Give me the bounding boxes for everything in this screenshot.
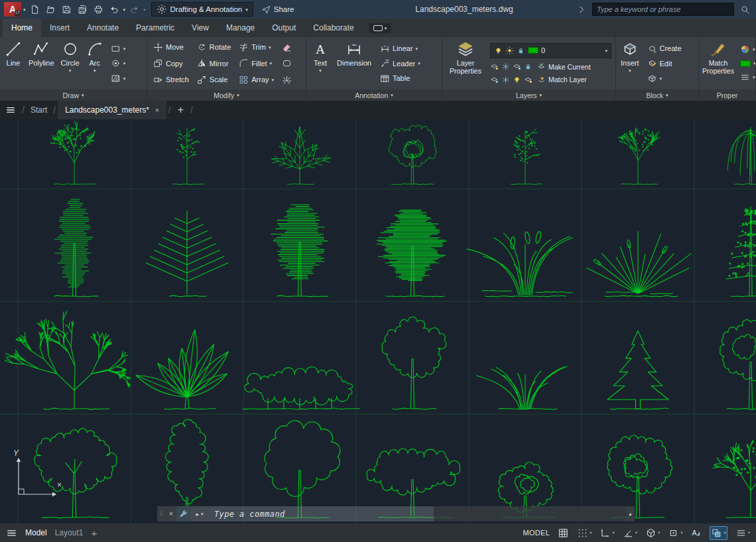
share-button[interactable]: Share [261,5,294,15]
leader-tool[interactable]: Leader▾ [378,58,422,68]
rectangle-tool[interactable]: ▾ [109,44,128,54]
ribbon-display-toggle[interactable]: ▾ [369,23,391,33]
ribbon-tab-view[interactable]: View [183,19,218,37]
drawing-svg[interactable] [0,119,756,523]
undo-caret-icon[interactable]: ▾ [123,7,126,12]
block-weeping-tree[interactable] [727,127,756,185]
linear-dim-tool[interactable]: Linear▾ [378,44,422,54]
layer-on-all-icon[interactable] [513,76,521,84]
tab-start[interactable]: Start [27,105,51,115]
new-layout-icon[interactable]: + [91,527,97,539]
polyline-tool[interactable]: Polyline [26,37,57,89]
annotation-scale-control[interactable]: A [690,527,702,539]
circle-tool[interactable]: Circle ▾ [58,37,82,89]
model-space-indicator[interactable]: MODEL [523,529,550,537]
layer-freeze-all-icon[interactable] [501,76,510,84]
text-tool[interactable]: A Text ▾ [309,37,332,89]
block-fir-tree[interactable] [607,331,668,409]
object-color-control[interactable]: ▾ [738,44,756,54]
stretch-tool[interactable]: Stretch [151,75,191,85]
grid-toggle[interactable] [558,527,569,539]
ribbon-tab-manage[interactable]: Manage [218,19,263,37]
block-banana-plant[interactable] [136,330,228,409]
layers-panel-label[interactable]: Layers▾ [442,89,615,101]
block-large-leaf[interactable] [272,127,331,184]
block-leafy-sapling[interactable] [511,129,542,184]
block-elm-sketch-tree[interactable] [50,121,96,185]
make-current-button[interactable]: Make Current [535,62,593,71]
block-hatched-tree[interactable] [271,205,328,297]
layer-dropdown[interactable]: 0 ▾ [490,43,611,58]
mirror-tool[interactable]: Mirror [195,58,233,68]
layer-off-icon[interactable] [490,62,499,71]
block-reed-grass[interactable] [467,231,573,297]
layer-lock-toggle-icon[interactable] [524,62,533,71]
drawing-canvas[interactable]: Y × × ▸▾ Type a command ▴ [0,119,756,523]
command-recent-toggle[interactable]: ▸▾ [190,506,209,521]
block-spreading-branch-tree[interactable] [5,311,131,409]
donut-tool[interactable]: ▾ [109,58,128,68]
save-as-icon[interactable] [76,3,90,17]
block-round-outline-tree[interactable] [382,317,446,409]
draw-panel-label[interactable]: Draw▾ [0,89,147,101]
open-drawing-icon[interactable] [44,3,58,17]
layer-walk-icon[interactable] [490,76,499,84]
block-panel-label[interactable]: Block▾ [616,89,698,101]
block-hedge-shrub[interactable] [243,366,359,409]
layout1-tab[interactable]: Layout1 [55,528,84,537]
new-drawing-icon[interactable] [28,3,42,17]
table-tool[interactable]: Table [378,74,422,83]
ribbon-tab-annotate[interactable]: Annotate [78,19,127,37]
array-tool[interactable]: Array▾ [237,75,276,85]
close-tab-icon[interactable]: × [155,107,159,114]
save-icon[interactable] [60,3,74,17]
match-layer-button[interactable]: Match Layer [535,76,589,84]
command-input[interactable]: Type a command [209,506,434,521]
search-input[interactable] [592,3,734,16]
layer-freeze-icon[interactable] [501,62,510,71]
block-dense-foliage-tree[interactable] [377,210,446,297]
modify-panel-label[interactable]: Modify▾ [147,89,306,101]
command-grip-icon[interactable] [157,506,166,521]
block-young-branched-tree[interactable] [618,128,660,185]
move-tool[interactable]: Move [151,42,191,52]
block-thin-sapling[interactable] [172,128,204,185]
layer-properties-button[interactable]: Layer Properties [444,37,487,89]
ortho-toggle[interactable]: ▾ [599,527,614,539]
osnap-toggle[interactable]: ▾ [668,527,682,539]
erase-tool[interactable] [280,42,294,52]
search-icon[interactable] [738,3,752,17]
ribbon-tab-insert[interactable]: Insert [41,19,78,37]
new-tab-icon[interactable]: + [173,104,188,116]
properties-panel-label[interactable]: Proper [699,89,755,101]
block-leaf-vein-tree[interactable] [146,211,228,297]
ribbon-tab-collaborate[interactable]: Collaborate [304,19,362,37]
isodraft-toggle[interactable]: ▾ [645,527,660,539]
selection-cycling-toggle[interactable]: ▾ [710,526,727,540]
polar-toggle[interactable]: ▾ [623,527,637,539]
create-block-button[interactable]: Create [645,44,684,54]
tab-drawing[interactable]: Landscape003_meters* × [58,101,166,119]
arc-tool[interactable]: Arc ▾ [84,37,106,89]
ribbon-tab-home[interactable]: Home [3,19,41,37]
workspace-switcher[interactable]: Drafting & Annotation ▾ [151,2,253,17]
block-branched-tree[interactable] [713,437,756,518]
explode-tool[interactable] [280,75,294,85]
redo-caret-icon[interactable]: ▾ [143,7,146,12]
rotate-tool[interactable]: Rotate [195,42,233,52]
command-close-icon[interactable]: × [166,506,176,521]
redo-icon[interactable] [127,3,141,17]
hatch-tool[interactable]: ▾ [109,74,128,83]
file-tabs-menu-icon[interactable] [4,103,17,117]
edit-block-button[interactable]: Edit [645,58,684,68]
ribbon-tab-output[interactable]: Output [263,19,304,37]
block-attributes-button[interactable]: ▾ [645,74,684,83]
linetype-control[interactable]: ▾ [738,60,756,67]
block-cattail-grass[interactable] [587,231,691,296]
lineweight-control[interactable]: ▾ [738,72,756,82]
plot-icon[interactable] [92,3,105,17]
command-customize-icon[interactable] [176,506,190,521]
block-fluffy-round-tree[interactable] [265,421,340,518]
block-columnar-tree[interactable] [166,419,209,518]
block-round-tree[interactable] [720,320,756,409]
